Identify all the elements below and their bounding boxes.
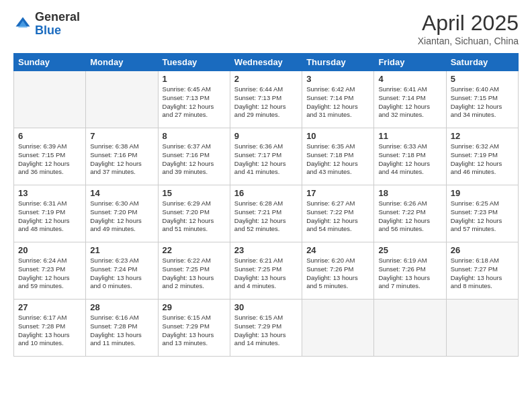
day-number: 29 xyxy=(163,302,226,312)
calendar-cell xyxy=(302,300,374,357)
logo-blue-text: Blue xyxy=(35,24,80,38)
day-sun-info: Sunrise: 6:32 AM Sunset: 7:19 PM Dayligh… xyxy=(451,142,514,177)
calendar-cell: 22Sunrise: 6:22 AM Sunset: 7:25 PM Dayli… xyxy=(158,242,230,300)
day-number: 18 xyxy=(378,188,441,198)
calendar-cell: 28Sunrise: 6:16 AM Sunset: 7:28 PM Dayli… xyxy=(86,300,158,357)
day-of-week-header: Wednesday xyxy=(230,54,302,71)
calendar-cell: 8Sunrise: 6:37 AM Sunset: 7:16 PM Daylig… xyxy=(158,128,230,185)
calendar-cell: 4Sunrise: 6:41 AM Sunset: 7:14 PM Daylig… xyxy=(374,71,446,128)
calendar-cell: 9Sunrise: 6:36 AM Sunset: 7:17 PM Daylig… xyxy=(230,128,302,185)
day-sun-info: Sunrise: 6:24 AM Sunset: 7:23 PM Dayligh… xyxy=(18,257,81,291)
day-number: 16 xyxy=(234,188,298,198)
day-number: 1 xyxy=(163,74,226,84)
calendar-cell: 27Sunrise: 6:17 AM Sunset: 7:28 PM Dayli… xyxy=(14,300,86,357)
calendar-cell: 12Sunrise: 6:32 AM Sunset: 7:19 PM Dayli… xyxy=(446,128,518,185)
day-sun-info: Sunrise: 6:37 AM Sunset: 7:16 PM Dayligh… xyxy=(163,142,226,177)
calendar-cell: 5Sunrise: 6:40 AM Sunset: 7:15 PM Daylig… xyxy=(446,71,518,128)
day-of-week-header: Monday xyxy=(86,54,158,71)
day-of-week-header: Sunday xyxy=(14,54,86,71)
day-sun-info: Sunrise: 6:27 AM Sunset: 7:22 PM Dayligh… xyxy=(306,199,369,234)
day-number: 7 xyxy=(90,131,153,141)
day-number: 6 xyxy=(18,131,81,141)
calendar-cell xyxy=(86,71,158,128)
calendar-cell: 29Sunrise: 6:15 AM Sunset: 7:29 PM Dayli… xyxy=(158,300,230,357)
calendar-cell: 30Sunrise: 6:15 AM Sunset: 7:29 PM Dayli… xyxy=(230,300,302,357)
logo-icon xyxy=(13,15,32,34)
day-number: 3 xyxy=(306,74,369,84)
calendar-cell: 7Sunrise: 6:38 AM Sunset: 7:16 PM Daylig… xyxy=(86,128,158,185)
day-number: 2 xyxy=(234,74,298,84)
day-number: 8 xyxy=(163,131,226,141)
day-of-week-header: Friday xyxy=(374,54,446,71)
day-number: 10 xyxy=(306,131,369,141)
day-sun-info: Sunrise: 6:26 AM Sunset: 7:22 PM Dayligh… xyxy=(378,199,441,234)
day-sun-info: Sunrise: 6:28 AM Sunset: 7:21 PM Dayligh… xyxy=(234,199,298,234)
day-sun-info: Sunrise: 6:36 AM Sunset: 7:17 PM Dayligh… xyxy=(234,142,298,177)
day-sun-info: Sunrise: 6:17 AM Sunset: 7:28 PM Dayligh… xyxy=(18,314,81,348)
day-sun-info: Sunrise: 6:35 AM Sunset: 7:18 PM Dayligh… xyxy=(306,142,369,177)
day-number: 9 xyxy=(234,131,298,141)
day-number: 21 xyxy=(90,245,153,255)
logo: General Blue xyxy=(13,11,80,38)
day-sun-info: Sunrise: 6:25 AM Sunset: 7:23 PM Dayligh… xyxy=(451,199,514,234)
calendar-table: SundayMondayTuesdayWednesdayThursdayFrid… xyxy=(13,53,519,357)
calendar-cell: 23Sunrise: 6:21 AM Sunset: 7:25 PM Dayli… xyxy=(230,242,302,300)
calendar-cell xyxy=(446,300,518,357)
day-sun-info: Sunrise: 6:15 AM Sunset: 7:29 PM Dayligh… xyxy=(234,314,298,348)
calendar-cell: 1Sunrise: 6:45 AM Sunset: 7:13 PM Daylig… xyxy=(158,71,230,128)
day-number: 14 xyxy=(90,188,153,198)
calendar-cell: 26Sunrise: 6:18 AM Sunset: 7:27 PM Dayli… xyxy=(446,242,518,300)
calendar-cell: 16Sunrise: 6:28 AM Sunset: 7:21 PM Dayli… xyxy=(230,185,302,242)
day-of-week-header: Thursday xyxy=(302,54,374,71)
day-sun-info: Sunrise: 6:15 AM Sunset: 7:29 PM Dayligh… xyxy=(163,314,226,348)
day-number: 17 xyxy=(306,188,369,198)
day-sun-info: Sunrise: 6:19 AM Sunset: 7:26 PM Dayligh… xyxy=(378,257,441,291)
logo-general-text: General xyxy=(35,11,80,24)
calendar-cell: 20Sunrise: 6:24 AM Sunset: 7:23 PM Dayli… xyxy=(14,242,86,300)
calendar-cell: 2Sunrise: 6:44 AM Sunset: 7:13 PM Daylig… xyxy=(230,71,302,128)
calendar-cell: 18Sunrise: 6:26 AM Sunset: 7:22 PM Dayli… xyxy=(374,185,446,242)
day-sun-info: Sunrise: 6:42 AM Sunset: 7:14 PM Dayligh… xyxy=(306,85,369,120)
day-number: 12 xyxy=(451,131,514,141)
calendar-cell: 21Sunrise: 6:23 AM Sunset: 7:24 PM Dayli… xyxy=(86,242,158,300)
day-sun-info: Sunrise: 6:38 AM Sunset: 7:16 PM Dayligh… xyxy=(90,142,153,177)
calendar-cell: 25Sunrise: 6:19 AM Sunset: 7:26 PM Dayli… xyxy=(374,242,446,300)
month-title: April 2025 xyxy=(418,11,519,36)
day-sun-info: Sunrise: 6:31 AM Sunset: 7:19 PM Dayligh… xyxy=(18,199,81,234)
day-number: 4 xyxy=(378,74,441,84)
location-subtitle: Xiantan, Sichuan, China xyxy=(418,36,519,46)
day-sun-info: Sunrise: 6:21 AM Sunset: 7:25 PM Dayligh… xyxy=(234,257,298,291)
calendar-cell: 11Sunrise: 6:33 AM Sunset: 7:18 PM Dayli… xyxy=(374,128,446,185)
calendar-cell: 15Sunrise: 6:29 AM Sunset: 7:20 PM Dayli… xyxy=(158,185,230,242)
day-number: 15 xyxy=(163,188,226,198)
calendar-cell: 10Sunrise: 6:35 AM Sunset: 7:18 PM Dayli… xyxy=(302,128,374,185)
calendar-cell: 13Sunrise: 6:31 AM Sunset: 7:19 PM Dayli… xyxy=(14,185,86,242)
day-sun-info: Sunrise: 6:33 AM Sunset: 7:18 PM Dayligh… xyxy=(378,142,441,177)
day-number: 5 xyxy=(451,74,514,84)
day-number: 19 xyxy=(451,188,514,198)
day-number: 28 xyxy=(90,302,153,312)
calendar-cell: 17Sunrise: 6:27 AM Sunset: 7:22 PM Dayli… xyxy=(302,185,374,242)
day-number: 20 xyxy=(18,245,81,255)
day-number: 26 xyxy=(451,245,514,255)
day-sun-info: Sunrise: 6:29 AM Sunset: 7:20 PM Dayligh… xyxy=(163,199,226,234)
day-sun-info: Sunrise: 6:20 AM Sunset: 7:26 PM Dayligh… xyxy=(306,257,369,291)
calendar-cell: 14Sunrise: 6:30 AM Sunset: 7:20 PM Dayli… xyxy=(86,185,158,242)
day-sun-info: Sunrise: 6:40 AM Sunset: 7:15 PM Dayligh… xyxy=(451,85,514,120)
calendar-cell xyxy=(374,300,446,357)
day-of-week-header: Tuesday xyxy=(158,54,230,71)
calendar-cell xyxy=(14,71,86,128)
day-sun-info: Sunrise: 6:45 AM Sunset: 7:13 PM Dayligh… xyxy=(163,85,226,120)
day-sun-info: Sunrise: 6:44 AM Sunset: 7:13 PM Dayligh… xyxy=(234,85,298,120)
day-sun-info: Sunrise: 6:16 AM Sunset: 7:28 PM Dayligh… xyxy=(90,314,153,348)
day-number: 30 xyxy=(234,302,298,312)
day-sun-info: Sunrise: 6:23 AM Sunset: 7:24 PM Dayligh… xyxy=(90,257,153,291)
day-number: 23 xyxy=(234,245,298,255)
calendar-cell: 19Sunrise: 6:25 AM Sunset: 7:23 PM Dayli… xyxy=(446,185,518,242)
day-number: 22 xyxy=(163,245,226,255)
day-sun-info: Sunrise: 6:30 AM Sunset: 7:20 PM Dayligh… xyxy=(90,199,153,234)
day-of-week-header: Saturday xyxy=(446,54,518,71)
calendar-cell: 6Sunrise: 6:39 AM Sunset: 7:15 PM Daylig… xyxy=(14,128,86,185)
calendar-cell: 3Sunrise: 6:42 AM Sunset: 7:14 PM Daylig… xyxy=(302,71,374,128)
day-number: 25 xyxy=(378,245,441,255)
